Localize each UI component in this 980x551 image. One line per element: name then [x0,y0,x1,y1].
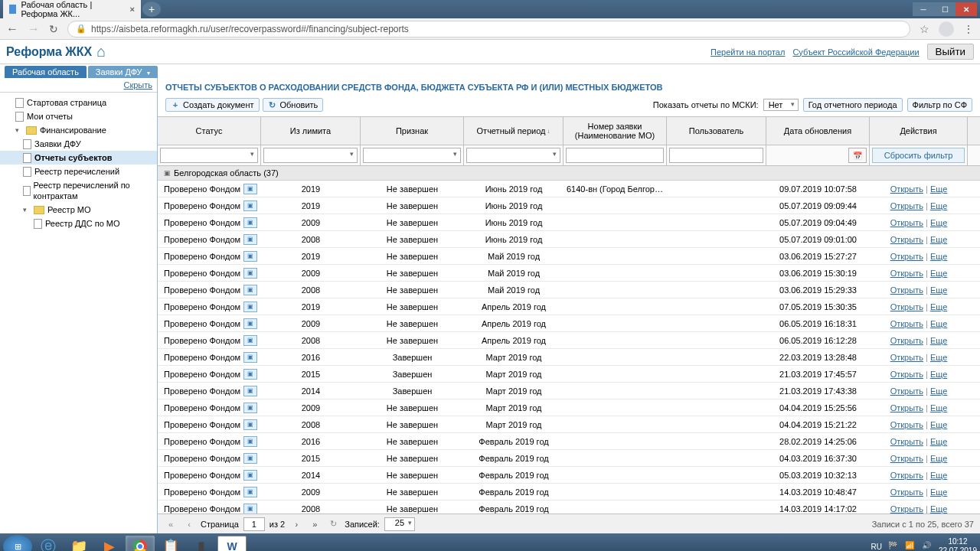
table-row[interactable]: Проверено Фондом▣2019Не завершенАпрель 2… [158,298,980,315]
col-status[interactable]: Статус [158,117,261,145]
status-badge-icon[interactable]: ▣ [243,419,257,430]
status-badge-icon[interactable]: ▣ [243,453,257,464]
collapse-icon[interactable]: ▾ [23,204,31,215]
prev-page-button[interactable]: ‹ [182,517,196,531]
col-limit[interactable]: Из лимита [261,117,361,145]
col-user[interactable]: Пользователь [667,117,766,145]
open-link[interactable]: Открыть [890,504,923,514]
status-badge-icon[interactable]: ▣ [243,201,257,211]
sidebar-item-transfers-contracts[interactable]: Реестр перечислений по контрактам [0,178,157,203]
tab-workspace[interactable]: Рабочая область [5,66,87,78]
open-link[interactable]: Открыть [890,302,923,311]
next-page-button[interactable]: › [289,517,303,531]
media-icon[interactable]: ▶ [95,536,124,551]
forward-button[interactable]: → [28,22,40,36]
more-link[interactable]: Еще [930,353,947,362]
status-badge-icon[interactable]: ▣ [243,268,257,279]
profile-avatar[interactable] [939,21,954,37]
status-badge-icon[interactable]: ▣ [243,251,257,262]
new-tab-button[interactable]: + [142,2,161,17]
filter-status-combo[interactable] [160,148,258,163]
status-badge-icon[interactable]: ▣ [243,470,257,481]
more-link[interactable]: Еще [930,403,947,412]
sidebar-item-dfy[interactable]: Заявки ДФУ [0,137,157,151]
status-badge-icon[interactable]: ▣ [243,285,257,295]
more-link[interactable]: Еще [930,454,947,463]
more-link[interactable]: Еще [930,437,947,446]
table-row[interactable]: Проверено Фондом▣2009Не завершенИюнь 201… [158,214,980,231]
open-link[interactable]: Открыть [890,487,923,497]
status-badge-icon[interactable]: ▣ [243,504,257,514]
last-page-button[interactable]: » [308,517,322,531]
table-row[interactable]: Проверено Фондом▣2009Не завершенФевраль … [158,484,980,500]
more-link[interactable]: Еще [930,471,947,480]
subject-link[interactable]: Субъект Российской Федерации [792,47,919,57]
open-link[interactable]: Открыть [890,252,923,261]
refresh-page-button[interactable]: ↻ [326,517,340,531]
collapse-icon[interactable]: ▾ [15,125,23,135]
year-period-button[interactable]: Год отчетного периода [803,98,903,112]
more-link[interactable]: Еще [930,252,947,261]
records-per-page-combo[interactable]: 25 [384,517,415,531]
reset-filter-button[interactable]: Сбросить фильтр [872,148,965,163]
sidebar-item-dds-mo[interactable]: Реестр ДДС по МО [0,217,157,230]
filter-user-input[interactable] [669,148,763,163]
refresh-button[interactable]: ↻Обновить [263,98,324,112]
col-period[interactable]: Отчетный период↓ [464,117,564,145]
table-row[interactable]: Проверено Фондом▣2015ЗавершенМарт 2019 г… [158,366,980,383]
window-minimize-button[interactable]: ─ [913,2,934,16]
tray-network-icon[interactable]: 📶 [905,541,916,551]
open-link[interactable]: Открыть [890,285,923,295]
more-link[interactable]: Еще [930,235,947,244]
filter-request-input[interactable] [566,148,664,163]
create-document-button[interactable]: +Создать документ [165,98,260,112]
open-link[interactable]: Открыть [890,235,923,244]
sidebar-item-myreports[interactable]: Мои отчеты [0,109,157,123]
status-badge-icon[interactable]: ▣ [243,184,257,194]
sidebar-item-subject-reports[interactable]: Отчеты субъектов [0,151,157,165]
status-badge-icon[interactable]: ▣ [243,403,257,413]
tray-volume-icon[interactable]: 🔊 [922,541,933,551]
first-page-button[interactable]: « [164,517,178,531]
open-link[interactable]: Открыть [890,336,923,345]
status-badge-icon[interactable]: ▣ [243,386,257,396]
open-link[interactable]: Открыть [890,218,923,227]
status-badge-icon[interactable]: ▣ [243,302,257,312]
table-row[interactable]: Проверено Фондом▣2009Не завершенАпрель 2… [158,315,980,332]
col-sign[interactable]: Признак [361,117,464,145]
open-link[interactable]: Открыть [890,471,923,480]
filter-sf-button[interactable]: Фильтр по СФ [907,98,972,112]
filter-period-combo[interactable] [466,148,560,163]
table-row[interactable]: Проверено Фондом▣2016Не завершенФевраль … [158,433,980,450]
language-indicator[interactable]: RU [871,543,881,551]
sidebar-item-financing[interactable]: ▾Финансирование [0,123,157,137]
status-badge-icon[interactable]: ▣ [243,335,257,346]
table-row[interactable]: Проверено Фондом▣2008Не завершенАпрель 2… [158,332,980,349]
table-row[interactable]: Проверено Фондом▣2009Не завершенМарт 201… [158,399,980,416]
more-link[interactable]: Еще [930,285,947,295]
table-row[interactable]: Проверено Фондом▣2008Не завершенИюнь 201… [158,231,980,248]
chrome-icon[interactable] [126,536,155,551]
table-row[interactable]: Проверено Фондом▣2009Не завершенМай 2019… [158,265,980,282]
sidebar-item-start[interactable]: Стартовая страница [0,96,157,109]
sidebar-item-mo-registry[interactable]: ▾Реестр МО [0,203,157,217]
logout-button[interactable]: Выйти [927,44,974,60]
more-link[interactable]: Еще [930,336,947,345]
filter-limit-combo[interactable] [263,148,358,163]
table-row[interactable]: Проверено Фондом▣2019Не завершенИюнь 201… [158,197,980,214]
status-badge-icon[interactable]: ▣ [243,234,257,245]
open-link[interactable]: Открыть [890,184,923,194]
more-link[interactable]: Еще [930,218,947,227]
table-row[interactable]: Проверено Фондом▣2014Не завершенФевраль … [158,467,980,484]
more-link[interactable]: Еще [930,487,947,497]
status-badge-icon[interactable]: ▣ [243,352,257,363]
more-link[interactable]: Еще [930,201,947,210]
status-badge-icon[interactable]: ▣ [243,318,257,329]
more-link[interactable]: Еще [930,302,947,311]
tray-flag-icon[interactable]: 🏁 [888,541,899,551]
sidebar-item-transfers[interactable]: Реестр перечислений [0,165,157,178]
more-link[interactable]: Еще [930,319,947,328]
dark-icon[interactable]: ▮ [187,536,216,551]
col-date[interactable]: Дата обновления [766,117,870,145]
filter-date-button[interactable]: 📅 [848,148,867,163]
